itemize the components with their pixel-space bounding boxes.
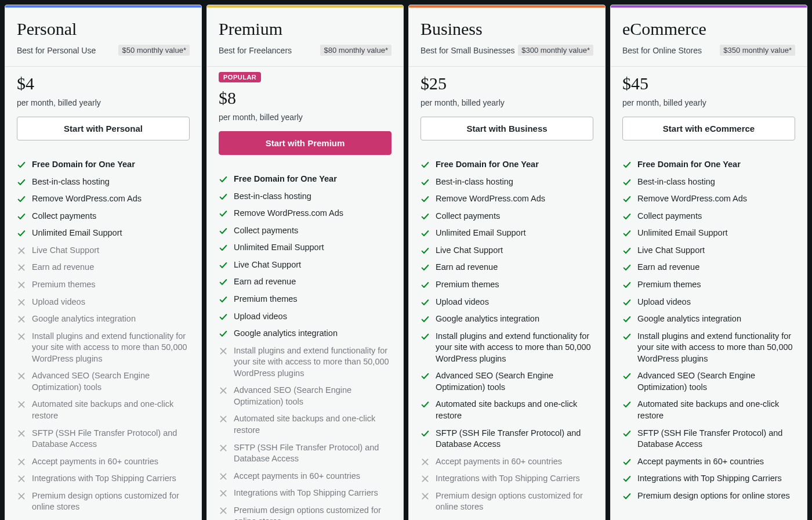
check-icon bbox=[420, 400, 430, 409]
check-icon bbox=[622, 492, 632, 501]
check-icon bbox=[17, 229, 26, 238]
check-icon bbox=[622, 212, 632, 221]
check-icon bbox=[17, 212, 26, 221]
plan-header: PersonalBest for Personal Use$50 monthly… bbox=[5, 8, 201, 67]
check-icon bbox=[17, 178, 26, 187]
check-icon bbox=[420, 178, 430, 187]
feature-row: Premium design options for online stores bbox=[622, 490, 795, 502]
check-icon bbox=[622, 246, 632, 255]
check-icon bbox=[622, 178, 632, 187]
feature-row: Premium themes bbox=[622, 279, 795, 291]
feature-row: Unlimited Email Support bbox=[420, 228, 593, 239]
check-icon bbox=[420, 315, 430, 324]
feature-row: Live Chat Support bbox=[420, 245, 593, 257]
feature-label: Automated site backups and one-click res… bbox=[32, 399, 190, 421]
feature-row: Install plugins and extend functionality… bbox=[17, 331, 190, 365]
check-icon bbox=[17, 194, 26, 204]
feature-row: Google analytics integration bbox=[219, 328, 392, 340]
check-icon bbox=[622, 160, 632, 169]
check-icon bbox=[622, 315, 632, 324]
plan-pricing: $45per month, billed yearlyStart with eC… bbox=[611, 67, 807, 151]
check-icon bbox=[420, 229, 430, 238]
feature-label: Install plugins and extend functionality… bbox=[436, 331, 593, 365]
feature-row: Remove WordPress.com Ads bbox=[17, 193, 190, 205]
feature-row: Collect payments bbox=[17, 211, 190, 222]
feature-row: Automated site backups and one-click res… bbox=[17, 399, 190, 421]
plan-name: Premium bbox=[219, 19, 392, 39]
plan-billing: per month, billed yearly bbox=[219, 113, 392, 122]
feature-row: SFTP (SSH File Transfer Protocol) and Da… bbox=[420, 428, 593, 450]
feature-label: Upload videos bbox=[637, 297, 691, 308]
feature-row: Automated site backups and one-click res… bbox=[219, 413, 392, 436]
plan-pricing: POPULAR$8per month, billed yearlyStart w… bbox=[207, 67, 403, 165]
check-icon bbox=[420, 371, 430, 381]
check-icon bbox=[420, 194, 430, 204]
feature-row: Automated site backups and one-click res… bbox=[420, 399, 593, 421]
plan-card-personal: PersonalBest for Personal Use$50 monthly… bbox=[5, 5, 202, 520]
feature-label: Premium design options for online stores bbox=[637, 490, 790, 502]
cta-button-premium[interactable]: Start with Premium bbox=[219, 131, 392, 155]
check-icon bbox=[219, 209, 228, 218]
feature-label: Collect payments bbox=[436, 211, 500, 222]
feature-label: Unlimited Email Support bbox=[436, 228, 526, 239]
feature-row: Integrations with Top Shipping Carriers bbox=[622, 473, 795, 485]
feature-label: Advanced SEO (Search Engine Optimization… bbox=[637, 370, 795, 393]
x-icon bbox=[420, 492, 430, 501]
check-icon bbox=[420, 332, 430, 341]
value-badge: $50 monthly value* bbox=[118, 45, 190, 56]
feature-row: Unlimited Email Support bbox=[17, 228, 190, 239]
feature-row: Premium themes bbox=[420, 279, 593, 291]
plan-card-premium: PremiumBest for Freelancers$80 monthly v… bbox=[206, 5, 404, 520]
cta-button-business[interactable]: Start with Business bbox=[420, 117, 593, 140]
feature-label: Google analytics integration bbox=[234, 328, 338, 340]
plan-tagline: Best for Small Businesses bbox=[420, 46, 515, 55]
feature-row: Install plugins and extend functionality… bbox=[219, 345, 392, 380]
feature-row: Accept payments in 60+ countries bbox=[219, 471, 392, 482]
feature-label: Earn ad revenue bbox=[637, 262, 699, 273]
feature-list: Free Domain for One YearBest-in-class ho… bbox=[5, 151, 201, 520]
feature-row: Collect payments bbox=[420, 211, 593, 222]
check-icon bbox=[420, 263, 430, 272]
feature-row: Integrations with Top Shipping Carriers bbox=[420, 473, 593, 485]
plan-pricing: $25per month, billed yearlyStart with Bu… bbox=[409, 67, 605, 151]
plan-card-business: BusinessBest for Small Businesses$300 mo… bbox=[408, 5, 606, 520]
plan-billing: per month, billed yearly bbox=[622, 98, 795, 107]
plan-price: $8 bbox=[219, 88, 392, 108]
feature-label: Install plugins and extend functionality… bbox=[32, 331, 190, 365]
feature-row: Integrations with Top Shipping Carriers bbox=[219, 488, 392, 499]
x-icon bbox=[219, 506, 228, 515]
check-icon bbox=[622, 229, 632, 238]
plan-card-ecommerce: eCommerceBest for Online Stores$350 mont… bbox=[610, 5, 807, 520]
check-icon bbox=[622, 263, 632, 272]
feature-label: Premium themes bbox=[637, 279, 701, 291]
feature-row: Remove WordPress.com Ads bbox=[219, 208, 392, 219]
check-icon bbox=[622, 457, 632, 467]
feature-row: Google analytics integration bbox=[17, 313, 190, 325]
feature-row: Free Domain for One Year bbox=[219, 174, 392, 185]
x-icon bbox=[17, 492, 26, 501]
cta-button-personal[interactable]: Start with Personal bbox=[17, 117, 190, 140]
feature-row: Accept payments in 60+ countries bbox=[622, 456, 795, 468]
x-icon bbox=[17, 280, 26, 290]
x-icon bbox=[17, 332, 26, 341]
feature-label: Free Domain for One Year bbox=[637, 159, 741, 171]
check-icon bbox=[622, 280, 632, 290]
feature-row: Remove WordPress.com Ads bbox=[420, 193, 593, 205]
feature-row: Google analytics integration bbox=[420, 313, 593, 325]
x-icon bbox=[17, 246, 26, 255]
feature-row: Advanced SEO (Search Engine Optimization… bbox=[17, 370, 190, 393]
feature-label: Automated site backups and one-click res… bbox=[234, 413, 392, 436]
plan-name: eCommerce bbox=[622, 19, 795, 39]
x-icon bbox=[219, 386, 228, 395]
cta-button-ecommerce[interactable]: Start with eCommerce bbox=[622, 117, 795, 140]
feature-row: Integrations with Top Shipping Carriers bbox=[17, 473, 190, 485]
feature-row: Best-in-class hosting bbox=[420, 176, 593, 188]
feature-label: Collect payments bbox=[234, 225, 298, 237]
x-icon bbox=[219, 443, 228, 453]
feature-row: Live Chat Support bbox=[17, 245, 190, 257]
value-badge: $300 monthly value* bbox=[518, 45, 593, 56]
feature-row: Automated site backups and one-click res… bbox=[622, 399, 795, 421]
feature-label: Premium themes bbox=[32, 279, 96, 291]
feature-row: Premium themes bbox=[17, 279, 190, 291]
feature-row: Free Domain for One Year bbox=[622, 159, 795, 171]
